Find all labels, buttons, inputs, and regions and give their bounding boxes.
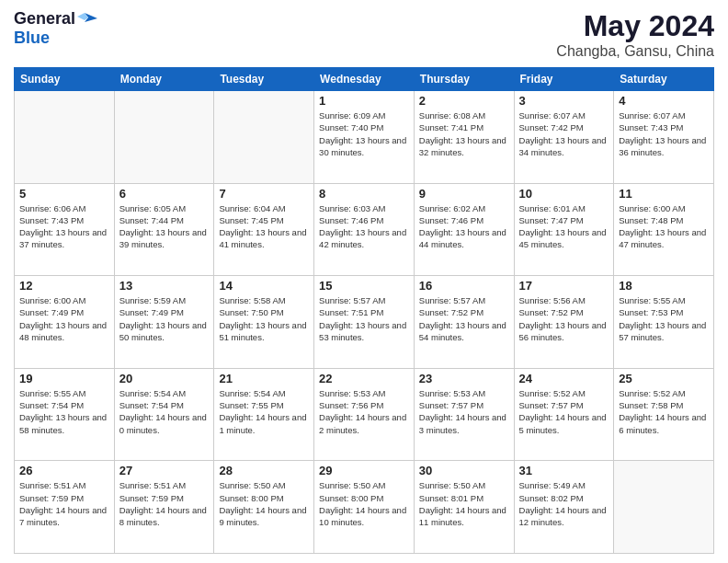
day-number: 21 bbox=[219, 372, 309, 385]
day-number: 24 bbox=[519, 372, 609, 385]
calendar-day-cell: 27Sunrise: 5:51 AM Sunset: 7:59 PM Dayli… bbox=[114, 461, 214, 554]
calendar-day-cell: 12Sunrise: 6:00 AM Sunset: 7:49 PM Dayli… bbox=[15, 276, 115, 369]
calendar-week-row: 26Sunrise: 5:51 AM Sunset: 7:59 PM Dayli… bbox=[15, 461, 714, 554]
day-info: Sunrise: 5:58 AM Sunset: 7:50 PM Dayligh… bbox=[219, 294, 309, 343]
calendar-day-cell: 20Sunrise: 5:54 AM Sunset: 7:54 PM Dayli… bbox=[114, 368, 214, 461]
day-info: Sunrise: 6:07 AM Sunset: 7:42 PM Dayligh… bbox=[519, 109, 609, 158]
day-info: Sunrise: 5:55 AM Sunset: 7:54 PM Dayligh… bbox=[19, 387, 109, 436]
day-number: 22 bbox=[319, 372, 409, 385]
calendar-day-cell: 8Sunrise: 6:03 AM Sunset: 7:46 PM Daylig… bbox=[314, 183, 415, 276]
calendar-day-cell: 10Sunrise: 6:01 AM Sunset: 7:47 PM Dayli… bbox=[514, 183, 614, 276]
calendar-day-cell: 30Sunrise: 5:50 AM Sunset: 8:01 PM Dayli… bbox=[414, 461, 514, 554]
day-number: 14 bbox=[219, 279, 309, 293]
calendar-day-cell: 24Sunrise: 5:52 AM Sunset: 7:57 PM Dayli… bbox=[514, 368, 614, 461]
day-number: 28 bbox=[219, 464, 309, 477]
day-info: Sunrise: 5:57 AM Sunset: 7:51 PM Dayligh… bbox=[319, 294, 409, 343]
day-info: Sunrise: 5:50 AM Sunset: 8:01 PM Dayligh… bbox=[419, 479, 509, 528]
day-number: 1 bbox=[319, 94, 409, 108]
calendar-day-cell: 16Sunrise: 5:57 AM Sunset: 7:52 PM Dayli… bbox=[414, 276, 514, 369]
calendar-day-cell: 22Sunrise: 5:53 AM Sunset: 7:56 PM Dayli… bbox=[314, 368, 415, 461]
day-info: Sunrise: 6:00 AM Sunset: 7:49 PM Dayligh… bbox=[19, 294, 109, 343]
calendar-day-cell bbox=[214, 91, 314, 184]
day-number: 23 bbox=[419, 372, 509, 385]
calendar-day-cell: 4Sunrise: 6:07 AM Sunset: 7:43 PM Daylig… bbox=[614, 91, 714, 184]
day-number: 30 bbox=[419, 464, 509, 477]
page-title: May 2024 bbox=[556, 9, 714, 43]
calendar-table: Sunday Monday Tuesday Wednesday Thursday… bbox=[14, 67, 714, 554]
day-number: 13 bbox=[119, 279, 210, 293]
day-number: 8 bbox=[319, 187, 409, 201]
th-friday: Friday bbox=[514, 68, 614, 91]
day-number: 2 bbox=[419, 94, 509, 108]
calendar-day-cell: 18Sunrise: 5:55 AM Sunset: 7:53 PM Dayli… bbox=[614, 276, 714, 369]
calendar-day-cell bbox=[614, 461, 714, 554]
th-sunday: Sunday bbox=[15, 68, 115, 91]
calendar-day-cell: 25Sunrise: 5:52 AM Sunset: 7:58 PM Dayli… bbox=[614, 368, 714, 461]
day-number: 6 bbox=[119, 187, 210, 201]
day-info: Sunrise: 6:04 AM Sunset: 7:45 PM Dayligh… bbox=[219, 202, 309, 251]
title-block: May 2024 Changba, Gansu, China bbox=[556, 9, 714, 60]
day-info: Sunrise: 5:51 AM Sunset: 7:59 PM Dayligh… bbox=[119, 479, 210, 528]
logo-blue-text: Blue bbox=[14, 29, 50, 48]
calendar-day-cell: 21Sunrise: 5:54 AM Sunset: 7:55 PM Dayli… bbox=[214, 368, 314, 461]
day-number: 12 bbox=[19, 279, 109, 293]
calendar-day-cell: 31Sunrise: 5:49 AM Sunset: 8:02 PM Dayli… bbox=[514, 461, 614, 554]
day-info: Sunrise: 6:07 AM Sunset: 7:43 PM Dayligh… bbox=[619, 109, 709, 158]
page-subtitle: Changba, Gansu, China bbox=[556, 43, 714, 60]
logo-bird-icon bbox=[77, 11, 97, 28]
calendar-week-row: 5Sunrise: 6:06 AM Sunset: 7:43 PM Daylig… bbox=[15, 183, 714, 276]
calendar-day-cell: 9Sunrise: 6:02 AM Sunset: 7:46 PM Daylig… bbox=[414, 183, 514, 276]
day-info: Sunrise: 5:51 AM Sunset: 7:59 PM Dayligh… bbox=[19, 479, 109, 528]
calendar-day-cell: 23Sunrise: 5:53 AM Sunset: 7:57 PM Dayli… bbox=[414, 368, 514, 461]
day-number: 16 bbox=[419, 279, 509, 293]
calendar-header-row: Sunday Monday Tuesday Wednesday Thursday… bbox=[15, 68, 714, 91]
calendar-day-cell: 7Sunrise: 6:04 AM Sunset: 7:45 PM Daylig… bbox=[214, 183, 314, 276]
day-info: Sunrise: 5:54 AM Sunset: 7:55 PM Dayligh… bbox=[219, 387, 309, 436]
day-number: 25 bbox=[619, 372, 709, 385]
day-number: 7 bbox=[219, 187, 309, 201]
header: General Blue May 2024 Changba, Gansu, Ch… bbox=[14, 9, 714, 60]
day-number: 29 bbox=[319, 464, 409, 477]
calendar-day-cell: 15Sunrise: 5:57 AM Sunset: 7:51 PM Dayli… bbox=[314, 276, 415, 369]
th-thursday: Thursday bbox=[414, 68, 514, 91]
day-number: 27 bbox=[119, 464, 210, 477]
day-info: Sunrise: 6:09 AM Sunset: 7:40 PM Dayligh… bbox=[319, 109, 409, 158]
day-info: Sunrise: 5:53 AM Sunset: 7:57 PM Dayligh… bbox=[419, 387, 509, 436]
calendar-day-cell: 26Sunrise: 5:51 AM Sunset: 7:59 PM Dayli… bbox=[15, 461, 115, 554]
calendar-day-cell bbox=[114, 91, 214, 184]
calendar-day-cell: 28Sunrise: 5:50 AM Sunset: 8:00 PM Dayli… bbox=[214, 461, 314, 554]
calendar-week-row: 12Sunrise: 6:00 AM Sunset: 7:49 PM Dayli… bbox=[15, 276, 714, 369]
day-info: Sunrise: 6:06 AM Sunset: 7:43 PM Dayligh… bbox=[19, 202, 109, 251]
logo: General Blue bbox=[14, 9, 97, 48]
calendar-day-cell: 29Sunrise: 5:50 AM Sunset: 8:00 PM Dayli… bbox=[314, 461, 415, 554]
calendar-day-cell: 2Sunrise: 6:08 AM Sunset: 7:41 PM Daylig… bbox=[414, 91, 514, 184]
logo-general-text: General bbox=[14, 9, 75, 29]
day-number: 15 bbox=[319, 279, 409, 293]
day-info: Sunrise: 6:01 AM Sunset: 7:47 PM Dayligh… bbox=[519, 202, 609, 251]
day-info: Sunrise: 5:53 AM Sunset: 7:56 PM Dayligh… bbox=[319, 387, 409, 436]
calendar-day-cell: 19Sunrise: 5:55 AM Sunset: 7:54 PM Dayli… bbox=[15, 368, 115, 461]
day-info: Sunrise: 5:52 AM Sunset: 7:58 PM Dayligh… bbox=[619, 387, 709, 436]
calendar-day-cell: 17Sunrise: 5:56 AM Sunset: 7:52 PM Dayli… bbox=[514, 276, 614, 369]
day-number: 26 bbox=[19, 464, 109, 477]
th-saturday: Saturday bbox=[614, 68, 714, 91]
calendar-day-cell: 6Sunrise: 6:05 AM Sunset: 7:44 PM Daylig… bbox=[114, 183, 214, 276]
day-info: Sunrise: 5:55 AM Sunset: 7:53 PM Dayligh… bbox=[619, 294, 709, 343]
day-number: 4 bbox=[619, 94, 709, 108]
day-info: Sunrise: 6:02 AM Sunset: 7:46 PM Dayligh… bbox=[419, 202, 509, 251]
calendar-day-cell: 13Sunrise: 5:59 AM Sunset: 7:49 PM Dayli… bbox=[114, 276, 214, 369]
calendar-day-cell bbox=[15, 91, 115, 184]
day-number: 5 bbox=[19, 187, 109, 201]
day-number: 11 bbox=[619, 187, 709, 201]
day-number: 10 bbox=[519, 187, 609, 201]
calendar-day-cell: 3Sunrise: 6:07 AM Sunset: 7:42 PM Daylig… bbox=[514, 91, 614, 184]
page: General Blue May 2024 Changba, Gansu, Ch… bbox=[0, 0, 728, 563]
calendar-week-row: 19Sunrise: 5:55 AM Sunset: 7:54 PM Dayli… bbox=[15, 368, 714, 461]
day-info: Sunrise: 6:05 AM Sunset: 7:44 PM Dayligh… bbox=[119, 202, 210, 251]
day-info: Sunrise: 5:57 AM Sunset: 7:52 PM Dayligh… bbox=[419, 294, 509, 343]
day-info: Sunrise: 5:50 AM Sunset: 8:00 PM Dayligh… bbox=[219, 479, 309, 528]
calendar-day-cell: 1Sunrise: 6:09 AM Sunset: 7:40 PM Daylig… bbox=[314, 91, 415, 184]
calendar-week-row: 1Sunrise: 6:09 AM Sunset: 7:40 PM Daylig… bbox=[15, 91, 714, 184]
day-info: Sunrise: 6:00 AM Sunset: 7:48 PM Dayligh… bbox=[619, 202, 709, 251]
calendar-day-cell: 14Sunrise: 5:58 AM Sunset: 7:50 PM Dayli… bbox=[214, 276, 314, 369]
